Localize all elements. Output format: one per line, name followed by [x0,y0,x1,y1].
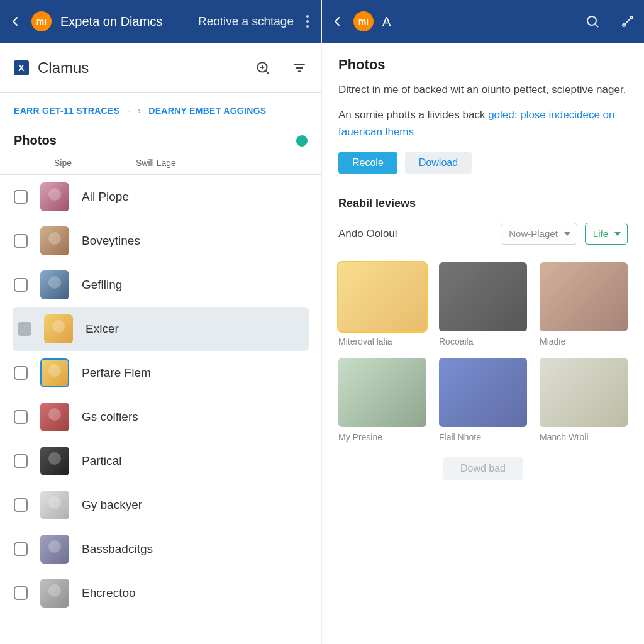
checkbox[interactable] [14,278,28,292]
card-thumbnail [439,358,527,427]
chevron-right-icon: - [127,106,130,116]
checkbox[interactable] [14,454,28,468]
svg-line-1 [265,70,269,74]
breadcrumb: EARR GET-11 STRACES - › DEARNY EMBET AGG… [0,93,321,128]
list-item-label: Ehcrectoo [82,586,136,600]
mi-logo-icon: mı [31,11,52,31]
breadcrumb-1[interactable]: EARR GET-11 STRACES [14,106,119,116]
thumbnail [40,358,69,387]
left-appbar-title: Expeta on Diamcs [60,14,162,29]
user-name: Ando Ooloul [338,228,493,240]
list-item-label: Boveytines [82,234,140,248]
list-item-label: Bassbadcitgs [82,542,153,556]
card-label: Miteroval lalia [338,336,426,347]
list-item-label: Gy backyer [82,498,142,512]
checkbox[interactable] [14,498,28,512]
checkbox[interactable] [14,190,28,204]
back-icon[interactable] [9,14,23,28]
description-text-2: An sornie photts a liivides back goled: … [338,107,628,140]
desc2-prefix: An sornie photts a liivides back [338,109,488,121]
left-appbar: mı Expeta on Diamcs Reotive a schtage [0,0,321,43]
connect-icon[interactable] [620,14,635,29]
checkbox[interactable] [14,542,28,556]
list-item[interactable]: Gy backyer [0,483,321,527]
list-item-label: Perfare Flem [82,366,151,380]
subbar-title: Clamus [38,59,235,77]
page-title: Photos [338,57,628,73]
list-item[interactable]: Geflling [0,263,321,307]
list-item[interactable]: Exlcer [13,307,309,351]
list-item[interactable]: Perfare Flem [0,351,321,395]
section-title: Photos [14,133,296,148]
photo-list: Ail Piope Boveytines Geflling Exlcer Per… [0,175,321,644]
sort-select[interactable]: Now-Plaget [501,223,577,245]
status-dot-icon [296,135,308,147]
card-thumbnail [439,262,527,331]
app-icon: X [14,60,29,75]
photo-card[interactable]: My Presine [338,358,426,442]
thumbnail [44,314,73,343]
svg-point-10 [630,16,633,19]
thumbnail [40,447,69,475]
card-thumbnail [338,262,426,331]
back-icon[interactable] [331,14,345,28]
photo-card[interactable]: Rocoaila [439,262,527,347]
col-header-2: Swill Lage [136,158,176,168]
checkbox[interactable] [14,410,28,424]
right-appbar-title: A [382,14,391,29]
list-item[interactable]: Bassbadcitgs [0,527,321,571]
svg-point-9 [623,24,625,26]
checkbox[interactable] [14,366,28,380]
right-appbar: mı A [322,0,644,43]
breadcrumb-2[interactable]: DEARNY EMBET AGGINGS [148,106,266,116]
photo-card[interactable]: Miteroval lalia [338,262,426,347]
checkbox[interactable] [14,586,28,600]
thumbnail [40,491,69,519]
download-all-button[interactable]: Dowd bad [443,457,523,480]
download-button[interactable]: Dowload [405,152,472,174]
checkbox[interactable] [18,322,31,336]
list-item[interactable]: Ehcrectoo [0,571,321,615]
photo-grid: Miteroval lalia Rocoaila Miadie My Presi… [338,262,628,442]
search-icon[interactable] [585,14,600,29]
list-item[interactable]: Ail Piope [0,175,321,219]
card-thumbnail [338,358,426,427]
list-item-label: Geflling [82,278,122,292]
left-appbar-action[interactable]: Reotive a schtage [198,14,294,28]
list-item-label: Ail Piope [82,190,129,204]
card-label: Miadie [540,336,628,347]
photo-card[interactable]: Miadie [540,262,628,347]
thumbnail [40,226,69,255]
checkbox[interactable] [14,234,28,248]
description-text: Ditrect in me of backed wit an oiunto pe… [338,82,628,98]
list-item-label: Exlcer [86,322,119,336]
card-thumbnail [540,262,628,331]
list-item[interactable]: Partical [0,439,321,483]
col-header-1: Sipe [54,158,136,168]
zoom-icon[interactable] [255,60,271,76]
thumbnail [40,535,69,564]
thumbnail [40,402,69,431]
filter-select[interactable]: Life [585,223,628,245]
mi-logo-icon: mı [353,11,374,31]
chevron-right-icon: › [138,106,141,116]
photo-card[interactable]: Manch Wroli [540,358,628,442]
reviews-subtitle: Reabil leviews [338,197,628,210]
card-label: My Presine [338,432,426,442]
more-menu-icon[interactable] [303,11,313,31]
filter-icon[interactable] [291,60,308,76]
card-label: Manch Wroli [540,432,628,442]
list-item[interactable]: Gs colfiers [0,395,321,439]
column-headers: Sipe Swill Lage [0,152,321,175]
thumbnail [40,579,69,608]
svg-line-11 [625,19,630,24]
card-thumbnail [540,358,628,427]
link-goled[interactable]: goled: [488,109,517,121]
list-item-label: Partical [82,454,121,468]
photo-card[interactable]: Flail Nhote [439,358,527,442]
list-item-label: Gs colfiers [82,410,138,424]
list-item[interactable]: Boveytines [0,219,321,263]
card-label: Flail Nhote [439,432,527,442]
svg-point-7 [587,16,596,25]
recole-button[interactable]: Recole [338,152,397,174]
